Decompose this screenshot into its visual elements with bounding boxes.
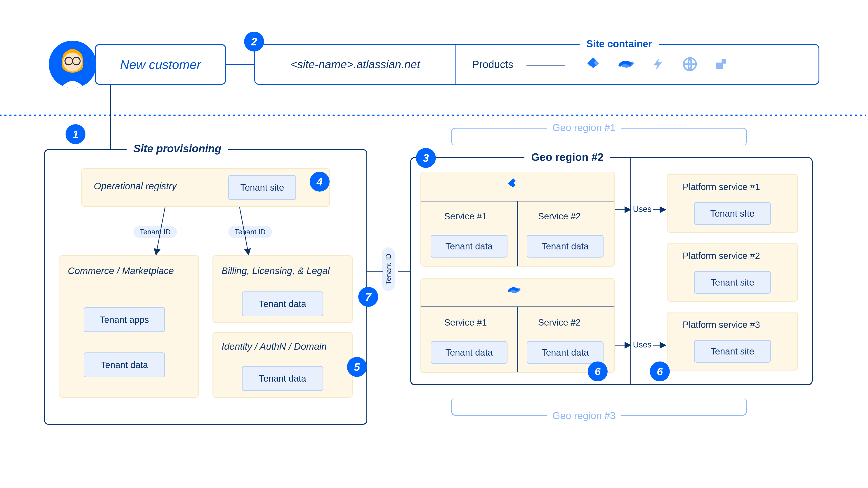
jira-icon-small (506, 177, 520, 192)
geo-conf-service2: Service #2 (538, 318, 581, 328)
platform-3-chip: Tenant site (694, 340, 771, 363)
badge-6a: 6 (588, 361, 608, 381)
operational-registry-label: Operational registry (94, 181, 177, 192)
tenant-site-chip: Tenant site (228, 175, 296, 200)
tenant-id-pill-right: Tenant ID (228, 226, 272, 238)
tenant-data-billing-chip: Tenant data (242, 291, 323, 316)
lightning-icon (651, 57, 665, 71)
badge-7: 7 (358, 287, 378, 307)
site-url: <site-name>.atlassian.net (255, 45, 456, 84)
products-label: Products (472, 45, 513, 84)
tenant-data-identity-chip: Tenant data (242, 366, 323, 391)
svg-rect-7 (721, 59, 726, 64)
geo-region-2-title: Geo region #2 (524, 151, 610, 163)
globe-icon (682, 57, 698, 72)
billing-label: Billing, Licensing, & Legal (221, 265, 330, 276)
uses-label-1: Uses (633, 204, 651, 214)
badge-5: 5 (347, 357, 367, 377)
badge-4: 4 (310, 172, 330, 192)
jira-icon (585, 56, 601, 72)
uses-label-2: Uses (633, 340, 651, 350)
geo-region-1-label: Geo region #1 (547, 122, 621, 133)
customer-avatar (49, 41, 96, 88)
tenant-apps-chip: Tenant apps (84, 307, 165, 332)
geo-jira-service1: Service #1 (444, 211, 487, 221)
badge-2: 2 (244, 32, 264, 52)
geo-conf-data1: Tenant data (431, 341, 507, 364)
new-customer-box: New customer (95, 44, 226, 85)
geo-region-3-label: Geo region #3 (547, 410, 621, 421)
identity-label: Identity / AuthN / Domain (221, 341, 327, 352)
tenant-id-pill-left: Tenant ID (133, 226, 177, 238)
geo-jira-service2: Service #2 (538, 211, 581, 221)
product-icons (585, 56, 727, 72)
badge-1: 1 (66, 124, 86, 144)
confluence-icon (618, 56, 634, 72)
badge-6b: 6 (650, 361, 670, 381)
expand-icon (715, 58, 727, 71)
tenant-data-commerce-chip: Tenant data (84, 352, 165, 377)
platform-2-label: Platform service #2 (683, 251, 760, 261)
geo-conf-service1: Service #1 (444, 318, 487, 328)
platform-2-chip: Tenant site (694, 271, 771, 294)
geo-jira-data1: Tenant data (431, 235, 507, 258)
geo-conf-data2: Tenant data (527, 341, 603, 364)
site-container-box: <site-name>.atlassian.net Site container… (254, 44, 819, 85)
commerce-label: Commerce / Marketplace (68, 265, 174, 276)
site-container-label: Site container (580, 38, 659, 50)
new-customer-label: New customer (120, 57, 201, 72)
platform-1-label: Platform service #1 (683, 182, 760, 192)
platform-1-chip: Tenant sIte (694, 202, 771, 225)
platform-3-label: Platform service #3 (683, 320, 760, 330)
geo-jira-data2: Tenant data (527, 235, 603, 258)
tenant-id-connector-pill: Tenant ID (382, 248, 395, 291)
confluence-icon-small (507, 284, 521, 297)
site-provisioning-title: Site provisioning (127, 142, 228, 155)
badge-3: 3 (416, 148, 436, 168)
